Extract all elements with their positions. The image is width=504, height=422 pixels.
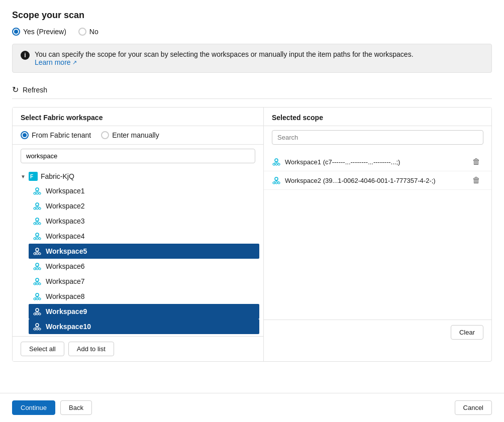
left-panel: Select Fabric workspace From Fabric tena… — [13, 108, 264, 361]
svg-point-81 — [275, 182, 277, 184]
cancel-button[interactable]: Cancel — [455, 400, 492, 415]
svg-point-53 — [36, 298, 38, 300]
svg-point-3 — [34, 192, 36, 194]
svg-point-66 — [34, 328, 36, 330]
workspace-item-10[interactable]: Workspace10 — [29, 319, 259, 334]
radio-yes[interactable]: Yes (Preview) — [12, 28, 66, 36]
radio-no-label: No — [89, 28, 98, 36]
bottom-bar-left: Continue Back — [12, 400, 92, 415]
fabric-tenant-icon: F — [29, 172, 38, 181]
tree-root-node[interactable]: ▼ F Fabric-KjQ — [17, 169, 259, 183]
svg-point-18 — [36, 223, 38, 225]
scope-workspace-icon-2 — [272, 176, 281, 185]
workspace-icon-4 — [33, 232, 42, 241]
radio-manual-label: Enter manually — [112, 131, 159, 139]
workspace-item-2[interactable]: Workspace2 — [29, 198, 259, 214]
svg-point-11 — [36, 207, 38, 209]
workspace-label-10: Workspace10 — [46, 323, 91, 331]
workspace-item-4[interactable]: Workspace4 — [29, 229, 259, 244]
chevron-down-icon: ▼ — [21, 174, 26, 179]
workspace-icon-2 — [33, 201, 42, 210]
info-banner: i You can specify the scope for your sca… — [12, 44, 492, 73]
workspace-tree: ▼ F Fabric-KjQ — [13, 167, 263, 336]
svg-point-52 — [34, 298, 36, 300]
back-button[interactable]: Back — [60, 400, 92, 415]
radio-yes-circle — [12, 28, 20, 36]
svg-point-51 — [36, 293, 39, 296]
workspace-item-3[interactable]: Workspace3 — [29, 214, 259, 229]
workspace-label-4: Workspace4 — [46, 232, 85, 240]
workspace-item-7[interactable]: Workspace7 — [29, 274, 259, 289]
scope-search-input[interactable] — [272, 130, 483, 145]
radio-no[interactable]: No — [78, 28, 98, 36]
svg-point-47 — [39, 283, 41, 285]
svg-point-19 — [39, 223, 41, 225]
refresh-icon: ↻ — [12, 85, 19, 94]
svg-point-24 — [34, 238, 36, 240]
radio-enter-manually[interactable]: Enter manually — [101, 131, 159, 139]
workspace-icon-3 — [33, 217, 42, 226]
svg-point-45 — [34, 283, 36, 285]
workspace-label-6: Workspace6 — [46, 262, 85, 270]
left-panel-header: Select Fabric workspace — [13, 108, 263, 126]
radio-from-fabric[interactable]: From Fabric tenant — [21, 131, 91, 139]
continue-button[interactable]: Continue — [12, 400, 55, 415]
radio-no-circle — [78, 28, 86, 36]
svg-point-58 — [36, 308, 39, 311]
workspace-item-6[interactable]: Workspace6 — [29, 259, 259, 274]
svg-point-61 — [39, 313, 41, 315]
scope-item-left-1: Workspace1 (c7------...--------...------… — [272, 157, 469, 166]
radio-manual-circle — [101, 131, 109, 139]
scope-item-text-1: Workspace1 (c7------...--------...------… — [285, 158, 400, 166]
info-content: You can specify the scope for your scan … — [35, 50, 414, 66]
workspace-icon-7 — [33, 277, 42, 286]
svg-point-38 — [34, 268, 36, 270]
clear-button[interactable]: Clear — [451, 325, 483, 340]
svg-point-75 — [278, 163, 280, 165]
workspace-icon-1 — [33, 186, 42, 195]
svg-point-30 — [36, 248, 39, 251]
scope-item-1: Workspace1 (c7------...--------...------… — [264, 153, 491, 171]
refresh-label: Refresh — [23, 86, 47, 94]
svg-point-68 — [39, 328, 41, 330]
svg-point-32 — [36, 253, 38, 255]
refresh-button[interactable]: ↻ Refresh — [12, 81, 492, 99]
workspace-icon-6 — [33, 262, 42, 271]
svg-point-31 — [34, 253, 36, 255]
svg-point-72 — [275, 159, 278, 162]
select-all-button[interactable]: Select all — [21, 342, 64, 356]
workspace-icon-10 — [33, 322, 42, 331]
learn-more-link[interactable]: Learn more ↗ — [35, 58, 77, 66]
scope-workspace-icon-1 — [272, 157, 281, 166]
workspace-item-9[interactable]: Workspace9 — [29, 304, 259, 319]
delete-scope-item-1[interactable]: 🗑 — [469, 156, 483, 167]
workspace-label-9: Workspace9 — [46, 307, 87, 315]
svg-point-82 — [278, 182, 280, 184]
workspace-label-7: Workspace7 — [46, 277, 85, 285]
right-panel-footer: Clear — [264, 320, 491, 345]
svg-point-26 — [39, 238, 41, 240]
left-panel-footer: Select all Add to list — [13, 336, 263, 361]
workspace-item-8[interactable]: Workspace8 — [29, 289, 259, 304]
svg-point-17 — [34, 223, 36, 225]
svg-point-5 — [39, 192, 41, 194]
svg-point-65 — [36, 324, 39, 327]
workspace-item-5[interactable]: Workspace5 — [29, 244, 259, 259]
workspace-label-3: Workspace3 — [46, 217, 85, 225]
delete-scope-item-2[interactable]: 🗑 — [469, 175, 483, 186]
svg-point-46 — [36, 283, 38, 285]
workspace-item-1[interactable]: Workspace1 — [29, 183, 259, 198]
svg-point-39 — [36, 268, 38, 270]
svg-point-23 — [36, 233, 39, 236]
workspace-search-input[interactable] — [21, 149, 255, 163]
panels-container: Select Fabric workspace From Fabric tena… — [12, 107, 492, 362]
add-to-list-button[interactable]: Add to list — [68, 342, 114, 356]
svg-point-80 — [273, 182, 275, 184]
svg-point-25 — [36, 238, 38, 240]
workspace-icon-5 — [33, 247, 42, 256]
svg-point-37 — [36, 263, 39, 266]
svg-point-73 — [273, 163, 275, 165]
selected-scope-list: Workspace1 (c7------...--------...------… — [264, 149, 491, 320]
scope-item-text-2: Workspace2 (39...1-0062-4046-001-1-77735… — [285, 177, 436, 184]
scope-item-2: Workspace2 (39...1-0062-4046-001-1-77735… — [264, 171, 491, 190]
